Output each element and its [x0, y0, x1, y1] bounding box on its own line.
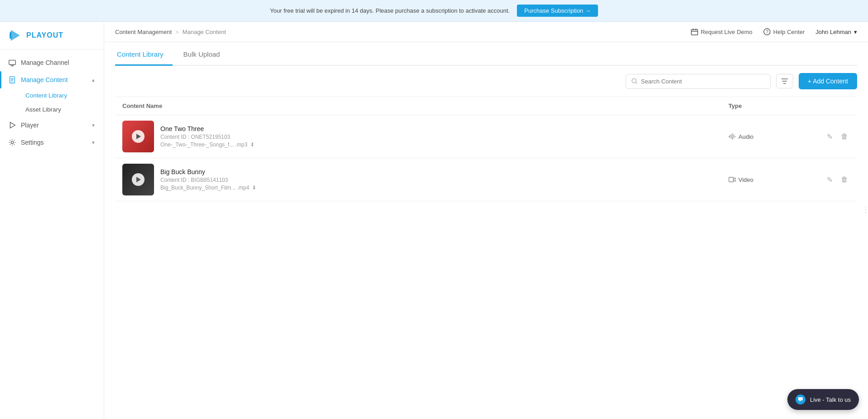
user-name: John Lehman — [815, 29, 851, 35]
play-button-overlay[interactable] — [132, 173, 145, 186]
filename: One-_Two-_Three-_Songs_f... .mp3 — [160, 141, 247, 148]
svg-point-9 — [11, 141, 13, 143]
header-actions: Request Live Demo ? Help Center John Leh… — [691, 28, 857, 35]
trial-banner: Your free trial will be expired in 14 da… — [0, 0, 868, 22]
speech-bubble-icon — [798, 397, 803, 402]
content-info: One Two Three Content ID : ONET52195103 … — [160, 125, 255, 148]
type-cell: Audio — [728, 133, 805, 140]
sidebar-item-asset-library[interactable]: Asset Library — [21, 102, 104, 117]
column-type: Type — [721, 97, 812, 115]
content-file: One-_Two-_Three-_Songs_f... .mp3 ⬇ — [160, 141, 255, 148]
logo-text: PLAYOUT — [26, 31, 63, 39]
content-info: Big Buck Bunny Content ID : BIGB85141103… — [160, 168, 256, 191]
tv-icon — [8, 58, 16, 67]
purchase-subscription-button[interactable]: Purchase Subscription → — [517, 5, 598, 17]
sidebar-item-content-library[interactable]: Content Library — [21, 88, 104, 102]
delete-button[interactable]: 🗑 — [839, 174, 850, 185]
filename: Big_Buck_Bunny_Short_Film... .mp4 — [160, 185, 249, 191]
play-triangle-icon — [136, 177, 141, 182]
toolbar: + Add Content — [115, 66, 857, 97]
page-content: Content Library Bulk Upload — [104, 42, 868, 419]
calendar-icon — [691, 28, 698, 35]
user-menu-button[interactable]: John Lehman ▾ — [815, 29, 857, 35]
chevron-up-icon: ▲ — [91, 78, 96, 83]
content-table: Content Name Type — [115, 97, 857, 201]
search-icon — [632, 78, 637, 84]
sidebar-item-manage-channel[interactable]: Manage Channel — [0, 54, 104, 71]
playout-logo-icon — [8, 28, 23, 43]
edit-button[interactable]: ✎ — [825, 174, 834, 186]
download-icon[interactable]: ⬇ — [250, 141, 255, 148]
filter-button[interactable] — [776, 74, 793, 88]
add-content-button[interactable]: + Add Content — [799, 73, 857, 89]
svg-rect-10 — [691, 29, 698, 35]
search-box[interactable] — [626, 74, 771, 89]
video-icon — [728, 176, 736, 183]
content-title: One Two Three — [160, 125, 255, 132]
row-actions: ✎ 🗑 — [819, 174, 850, 186]
audio-icon — [728, 133, 736, 140]
breadcrumb-separator: > — [175, 29, 179, 35]
user-chevron: ▾ — [854, 29, 857, 35]
table-row: One Two Three Content ID : ONET52195103 … — [115, 115, 857, 158]
content-id: Content ID : BIGB85141103 — [160, 177, 256, 183]
download-icon[interactable]: ⬇ — [252, 185, 256, 191]
content-title: Big Buck Bunny — [160, 168, 256, 175]
chevron-down-icon: ▼ — [91, 123, 96, 128]
sidebar-item-player[interactable]: Player ▼ — [0, 117, 104, 134]
trial-message: Your free trial will be expired in 14 da… — [270, 7, 510, 14]
column-content-name: Content Name — [115, 97, 721, 115]
play-icon — [8, 121, 16, 129]
row-actions: ✎ 🗑 — [819, 131, 850, 143]
filter-icon — [781, 78, 788, 84]
request-demo-button[interactable]: Request Live Demo — [691, 28, 752, 35]
chevron-down-icon: ▼ — [91, 140, 96, 145]
svg-point-16 — [632, 78, 636, 83]
thumbnail[interactable] — [122, 121, 154, 152]
sidebar-item-label: Manage Content — [21, 76, 68, 83]
sidebar-item-label: Settings — [21, 139, 44, 146]
search-input[interactable] — [641, 78, 765, 85]
breadcrumb: Content Management > Manage Content — [115, 29, 226, 35]
delete-button[interactable]: 🗑 — [839, 131, 850, 142]
breadcrumb-parent[interactable]: Content Management — [115, 29, 172, 35]
table-row: Big Buck Bunny Content ID : BIGB85141103… — [115, 158, 857, 201]
sidebar-item-label: Manage Channel — [21, 59, 69, 66]
main-content: Content Management > Manage Content Requ… — [104, 22, 868, 419]
content-id: Content ID : ONET52195103 — [160, 134, 255, 140]
svg-marker-0 — [11, 30, 20, 41]
help-center-button[interactable]: ? Help Center — [763, 28, 805, 35]
play-triangle-icon — [136, 134, 141, 139]
sidebar-item-settings[interactable]: Settings ▼ — [0, 134, 104, 151]
content-name-cell: One Two Three Content ID : ONET52195103 … — [122, 121, 714, 152]
type-label: Audio — [738, 133, 753, 140]
edit-button[interactable]: ✎ — [825, 131, 834, 143]
tabs-row: Content Library Bulk Upload — [115, 42, 857, 66]
sidebar: PLAYOUT Manage Channel M — [0, 22, 104, 419]
live-chat-button[interactable]: Live - Talk to us — [787, 389, 859, 410]
chat-icon — [796, 395, 805, 404]
play-button-overlay[interactable] — [132, 130, 145, 143]
content-name-cell: Big Buck Bunny Content ID : BIGB85141103… — [122, 164, 714, 195]
svg-rect-21 — [729, 177, 733, 182]
breadcrumb-current: Manage Content — [183, 29, 226, 35]
logo: PLAYOUT — [0, 22, 104, 49]
svg-rect-1 — [9, 60, 15, 65]
sidebar-nav: Manage Channel Manage Content ▲ Content … — [0, 49, 104, 419]
gear-icon — [8, 138, 16, 146]
thumbnail[interactable] — [122, 164, 154, 195]
sidebar-item-label: Player — [21, 122, 39, 129]
sub-nav-manage-content: Content Library Asset Library — [0, 88, 104, 117]
svg-line-17 — [636, 83, 637, 84]
tab-bulk-upload[interactable]: Bulk Upload — [182, 42, 229, 66]
tab-content-library[interactable]: Content Library — [115, 42, 173, 66]
top-header: Content Management > Manage Content Requ… — [104, 22, 868, 42]
content-file: Big_Buck_Bunny_Short_Film... .mp4 ⬇ — [160, 185, 256, 191]
svg-text:?: ? — [766, 29, 768, 34]
help-icon: ? — [763, 28, 771, 35]
svg-marker-8 — [10, 122, 15, 128]
file-icon — [8, 76, 16, 84]
live-chat-label: Live - Talk to us — [810, 396, 851, 403]
sidebar-item-manage-content[interactable]: Manage Content ▲ — [0, 71, 104, 88]
type-label: Video — [738, 176, 753, 183]
